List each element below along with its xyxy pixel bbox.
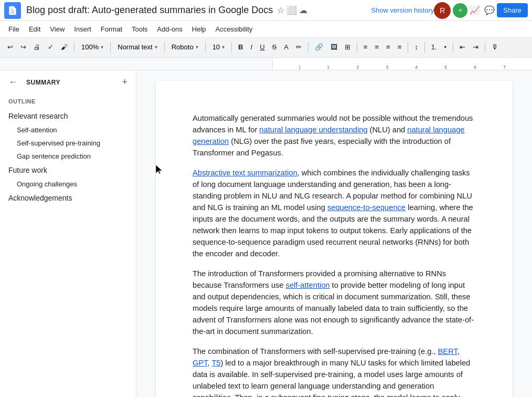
avatar-group: R +: [434, 2, 467, 19]
paragraph-4: The combination of Transformers with sel…: [193, 346, 476, 397]
separator-8: [408, 42, 408, 53]
doc-area[interactable]: Automatically generated summaries would …: [136, 70, 532, 397]
underline-button[interactable]: U: [257, 41, 268, 53]
link-nlu[interactable]: natural language understanding: [259, 126, 367, 134]
link-bert[interactable]: BERT: [438, 347, 457, 356]
ruler-mark-2: 2: [356, 65, 359, 70]
paint-format-button[interactable]: 🖌: [58, 41, 71, 53]
paragraph-3: The introduction of Transformers provide…: [193, 268, 476, 337]
align-left-button[interactable]: ≡: [360, 41, 371, 53]
align-right-button[interactable]: ≡: [383, 41, 393, 53]
outline-item-self-attention[interactable]: Self-attention: [0, 123, 136, 137]
style-chevron: ▾: [155, 44, 157, 50]
increase-indent-button[interactable]: ⇥: [470, 41, 482, 53]
folder-icon[interactable]: ⬜: [286, 5, 297, 15]
print-button[interactable]: 🖨: [30, 41, 44, 53]
main-layout: ← SUMMARY + OUTLINE Relevant research Se…: [0, 70, 532, 397]
star-icon[interactable]: ☆: [277, 5, 284, 15]
show-version-history-link[interactable]: Show version history: [371, 6, 434, 14]
size-select[interactable]: 10 ▾: [209, 40, 228, 54]
menu-help[interactable]: Help: [188, 23, 210, 35]
back-button[interactable]: ←: [8, 77, 18, 88]
line-spacing-button[interactable]: ↕: [411, 41, 421, 53]
add-summary-button[interactable]: +: [122, 77, 127, 88]
menu-tools[interactable]: Tools: [127, 23, 152, 35]
separator-10: [453, 42, 453, 53]
separator-11: [485, 42, 485, 53]
avatar: R: [434, 2, 451, 19]
ruler-mark-5: 5: [444, 65, 447, 70]
voice-input-button[interactable]: 🎙: [488, 41, 502, 53]
sidebar-header: ← SUMMARY +: [0, 70, 136, 94]
link-abstractive-text[interactable]: Abstractive text summarization: [193, 169, 297, 177]
ruler-mark-7: 7: [503, 65, 506, 70]
outline-item-relevant-research[interactable]: Relevant research: [0, 109, 136, 123]
share-button[interactable]: Share: [497, 3, 528, 17]
bold-button[interactable]: B: [235, 41, 246, 53]
size-value: 10: [212, 43, 220, 51]
outline-section: OUTLINE Relevant research Self-attention…: [0, 94, 136, 207]
undo-button[interactable]: ↩: [4, 41, 16, 53]
redo-button[interactable]: ↪: [17, 41, 29, 53]
ruler-inner: | 1 2 3 4 5 6 7: [273, 58, 532, 70]
zoom-value: 100%: [81, 43, 99, 51]
font-select[interactable]: Roboto ▾: [168, 40, 202, 54]
link-self-attention[interactable]: self-attention: [286, 281, 330, 289]
bullet-list-button[interactable]: •: [441, 41, 450, 53]
outline-item-future-work[interactable]: Future work: [0, 163, 136, 177]
menu-insert[interactable]: Insert: [70, 23, 95, 35]
style-select[interactable]: Normal text ▾: [114, 40, 161, 54]
outline-item-self-supervised[interactable]: Self-supervised pre-training: [0, 137, 136, 150]
paragraph-1: Automatically generated summaries would …: [193, 112, 476, 159]
sidebar: ← SUMMARY + OUTLINE Relevant research Se…: [0, 70, 136, 397]
chat-icon[interactable]: 💬: [482, 3, 497, 18]
outline-label: OUTLINE: [0, 96, 136, 109]
text-color-button[interactable]: A: [281, 41, 292, 53]
style-value: Normal text: [118, 43, 152, 51]
menu-file[interactable]: File: [4, 23, 24, 35]
menu-bar: File Edit View Insert Format Tools Add-o…: [0, 21, 532, 37]
size-chevron: ▾: [222, 44, 225, 50]
font-chevron: ▾: [196, 44, 198, 50]
cloud-icon[interactable]: ☁: [299, 5, 307, 15]
ruler-mark-1: 1: [327, 65, 329, 70]
trending-icon[interactable]: 📈: [467, 3, 482, 18]
doc-title: Blog post draft: Auto-generated summarie…: [26, 5, 273, 16]
link-t5[interactable]: T5: [211, 359, 220, 367]
separator-6: [308, 42, 308, 53]
ruler-mark-0: |: [299, 65, 300, 70]
decrease-indent-button[interactable]: ⇤: [456, 41, 469, 53]
link-button[interactable]: 🔗: [312, 41, 326, 53]
doc-page: Automatically generated summaries would …: [156, 81, 513, 397]
separator-2: [110, 42, 111, 53]
separator-5: [231, 42, 232, 53]
table-button[interactable]: ⊞: [342, 41, 354, 53]
link-seq2seq[interactable]: sequence-to-sequence: [327, 203, 406, 212]
zoom-select[interactable]: 100% ▾: [78, 40, 107, 54]
menu-view[interactable]: View: [46, 23, 69, 35]
strikethrough-button[interactable]: S: [269, 41, 280, 53]
paragraph-2: Abstractive text summarization, which co…: [193, 167, 476, 259]
title-bar: Blog post draft: Auto-generated summarie…: [0, 0, 532, 21]
image-button[interactable]: 🖼: [327, 41, 341, 53]
outline-item-ongoing-challenges[interactable]: Ongoing challenges: [0, 177, 136, 191]
link-gpt[interactable]: GPT: [193, 359, 208, 367]
italic-button[interactable]: I: [248, 41, 256, 53]
numbered-list-button[interactable]: 1.: [428, 41, 440, 53]
outline-item-gap-sentence[interactable]: Gap sentence prediction: [0, 150, 136, 163]
ruler-mark-4: 4: [415, 65, 418, 70]
menu-accessibility[interactable]: Accessibility: [211, 23, 257, 35]
separator-3: [164, 42, 165, 53]
align-center-button[interactable]: ≡: [371, 41, 382, 53]
justify-button[interactable]: ≡: [395, 41, 405, 53]
avatar-secondary: +: [453, 3, 467, 18]
spellcheck-button[interactable]: ✓: [45, 41, 57, 53]
highlight-button[interactable]: ✏: [293, 41, 305, 53]
font-value: Roboto: [172, 43, 194, 51]
menu-format[interactable]: Format: [97, 23, 126, 35]
outline-item-acknowledgements[interactable]: Acknowledgements: [0, 191, 136, 205]
separator-1: [74, 42, 75, 53]
menu-edit[interactable]: Edit: [25, 23, 45, 35]
menu-addons[interactable]: Add-ons: [153, 23, 186, 35]
toolbar: ↩ ↪ 🖨 ✓ 🖌 100% ▾ Normal text ▾ Roboto ▾ …: [0, 37, 532, 58]
